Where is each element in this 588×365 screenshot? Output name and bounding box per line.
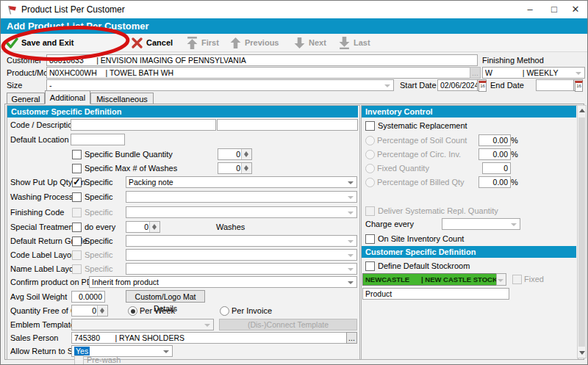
previous-button[interactable]: Previous [245, 34, 279, 52]
code-label-layout-checkbox [72, 250, 82, 260]
pct-billed-input[interactable]: 0.00 [478, 176, 511, 188]
per-week-radio[interactable] [128, 306, 137, 316]
on-site-inventory-label: On Site Inventory Count [378, 233, 464, 245]
code-input[interactable] [71, 119, 216, 131]
custom-logo-mat-details-button[interactable]: Custom/Logo Mat Details [126, 290, 205, 303]
start-date-label: Start Date [400, 79, 437, 91]
pct-billed-radio [365, 178, 375, 187]
default-return-grade-specific-label: Specific [85, 235, 113, 247]
per-invoice-radio[interactable] [220, 306, 229, 316]
pct-soil-input[interactable]: 0.00 [478, 134, 511, 146]
end-date-calendar-button[interactable]: 16 [573, 79, 583, 91]
spinner-arrows-icon[interactable] [97, 306, 107, 316]
systematic-replacement-checkbox[interactable] [365, 121, 375, 131]
end-date-label: End Date [490, 79, 524, 91]
tab-additional[interactable]: Additional [45, 90, 90, 104]
cancel-button[interactable]: Cancel [146, 34, 173, 52]
special-treatment-spinner[interactable]: 0 [126, 221, 160, 233]
finishing-method-label: Finishing Method [482, 54, 544, 66]
name-label-layout-checkbox [72, 264, 82, 274]
pre-wash-label: Pre-wash [87, 354, 121, 365]
chevron-down-icon [384, 84, 390, 87]
per-invoice-label: Per Invoice [232, 305, 272, 317]
on-site-inventory-checkbox[interactable] [365, 234, 375, 244]
last-arrow-icon [338, 37, 351, 49]
vertical-scrollbar[interactable] [577, 105, 587, 358]
charge-every-combo[interactable] [442, 218, 520, 230]
first-arrow-icon [186, 37, 198, 49]
stockroom-combo-dropdown[interactable] [496, 273, 506, 286]
end-date-input[interactable] [536, 79, 576, 91]
last-button[interactable]: Last [354, 34, 370, 52]
bundle-qty-checkbox[interactable] [72, 150, 82, 159]
avg-soil-weight-input[interactable]: 0.0000 [71, 291, 105, 303]
washing-process-specific-label: Specific [85, 191, 113, 203]
default-location-input[interactable] [71, 134, 125, 145]
chevron-down-icon [204, 324, 210, 327]
pct-circ-input[interactable]: 0.00 [478, 148, 511, 160]
finishing-code-specific-checkbox [72, 208, 82, 217]
size-combo[interactable]: - [46, 79, 394, 91]
pct-billed-label: Percentage of Billed Qty [377, 176, 465, 188]
default-return-grade-combo[interactable] [126, 235, 357, 247]
max-washes-checkbox[interactable] [72, 164, 82, 173]
next-button[interactable]: Next [309, 34, 326, 52]
define-default-stockroom-checkbox[interactable] [365, 261, 375, 271]
start-date-input[interactable]: 02/06/2024 [437, 79, 480, 91]
next-arrow-icon [293, 37, 306, 49]
name-label-layout-combo [126, 263, 357, 275]
emblem-template-label: Emblem Template [10, 319, 75, 330]
code-description-label: Code / Description [10, 119, 77, 131]
spinner-arrows-icon[interactable] [241, 149, 251, 159]
minimize-button[interactable]: – [518, 1, 542, 18]
save-and-exit-button[interactable]: Save and Exit [21, 34, 74, 52]
scrollbar-thumb[interactable] [578, 118, 585, 347]
special-treatment-do-every-label: do every [85, 221, 115, 233]
special-treatment-checkbox[interactable] [72, 223, 82, 232]
customer-input[interactable]: 86010633 | ENVISION IMAGING OF PENNSYLVA… [46, 54, 478, 66]
washing-process-specific-checkbox[interactable] [72, 192, 82, 202]
stockroom-product-input[interactable]: Product [362, 288, 509, 300]
code-label-layout-combo [126, 249, 357, 261]
show-put-up-combo[interactable]: Packing note [126, 176, 357, 188]
tab-miscellaneous[interactable]: Miscellaneous [90, 93, 154, 104]
sales-person-input[interactable]: 745380 | RYAN SHOLDERS [71, 332, 348, 344]
scroll-down-icon[interactable] [579, 351, 585, 355]
chevron-down-icon [348, 212, 354, 214]
app-window: Product List Per Customer – □ ✕ Add Prod… [0, 0, 588, 365]
pct-circ-radio [365, 150, 375, 159]
bundle-qty-spinner[interactable]: 0 [218, 148, 252, 160]
close-button[interactable]: ✕ [564, 1, 587, 18]
description-input[interactable] [217, 119, 358, 131]
start-date-calendar-button[interactable]: 16 [477, 79, 487, 91]
qty-free-spinner[interactable]: 0 [71, 305, 108, 317]
pct-soil-unit: % [511, 134, 518, 146]
spinner-arrows-icon[interactable] [241, 163, 251, 173]
name-label-layout-specific-label: Specific [85, 263, 113, 275]
finishing-code-label: Finishing Code [10, 206, 64, 218]
finishing-method-combo[interactable]: W | WEEKLY [482, 67, 585, 79]
pct-circ-label: Percentage of Circ. Inv. [377, 148, 461, 160]
product-model-input[interactable]: N0XHC00WH | TOWEL BATH WH [46, 67, 470, 79]
code-label-layout-label: Code Label Layout [10, 249, 78, 261]
max-washes-spinner[interactable]: 0 [218, 162, 252, 174]
first-button[interactable]: First [201, 34, 219, 52]
scroll-up-icon[interactable] [579, 109, 585, 112]
emblem-template-combo [71, 319, 214, 330]
default-return-grade-checkbox[interactable] [72, 236, 82, 246]
maximize-button[interactable]: □ [542, 1, 566, 18]
sales-person-browse-button[interactable]: ... [346, 332, 357, 344]
window-title: Product List Per Customer [21, 1, 125, 18]
chevron-down-icon [348, 196, 354, 199]
product-browse-button[interactable]: ... [470, 67, 481, 79]
fixed-qty-input[interactable]: 0 [482, 162, 511, 174]
show-put-up-specific-checkbox[interactable] [72, 178, 82, 187]
confirm-pda-combo[interactable]: Inherit from product [89, 276, 357, 288]
tab-general[interactable]: General [7, 93, 45, 104]
customer-specific-definition-header: Customer Specific Definition [362, 246, 576, 258]
title-bar: Product List Per Customer – □ ✕ [1, 1, 587, 18]
charge-every-label: Charge every [365, 218, 414, 230]
washing-process-combo[interactable] [126, 191, 357, 203]
stockroom-combo[interactable]: NEWCASTLE | NEW CASTLE STOCKROOM [362, 273, 497, 286]
spinner-arrows-icon[interactable] [149, 222, 159, 232]
